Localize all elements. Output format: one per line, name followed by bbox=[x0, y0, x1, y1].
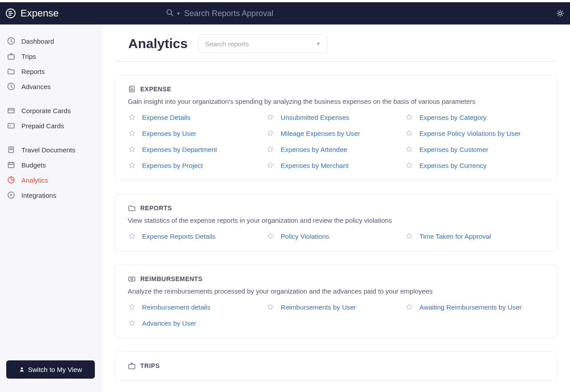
section-reports: REPORTSView statistics of the expense re… bbox=[115, 194, 557, 251]
search-icon bbox=[166, 8, 174, 18]
report-link-expenses-by-department[interactable]: Expenses by Department bbox=[142, 146, 217, 153]
sidebar-item-label: Budgets bbox=[21, 161, 46, 169]
sidebar-item-analytics[interactable]: Analytics bbox=[0, 172, 101, 188]
star-icon[interactable] bbox=[128, 232, 136, 240]
star-icon[interactable] bbox=[405, 113, 413, 121]
sidebar-item-label: Advances bbox=[21, 83, 51, 90]
section-description: Analyze the reimbursements processed by … bbox=[128, 287, 544, 295]
star-icon[interactable] bbox=[128, 129, 136, 137]
report-link-awaiting-reimbursements-by-user[interactable]: Awaiting Reimbursements by User bbox=[419, 303, 522, 311]
report-link-expenses-by-customer[interactable]: Expenses by Customer bbox=[419, 146, 489, 153]
star-icon[interactable] bbox=[405, 303, 413, 311]
sidebar-item-travel-documents[interactable]: Travel Documents bbox=[0, 142, 101, 157]
report-item: Reimbursements by User bbox=[266, 303, 405, 311]
report-link-expenses-by-attendee[interactable]: Expenses by Attendee bbox=[281, 146, 347, 153]
star-icon[interactable] bbox=[128, 113, 136, 121]
top-search[interactable]: ▼ bbox=[166, 8, 362, 19]
sidebar-item-advances[interactable]: Advances bbox=[0, 79, 101, 94]
star-icon[interactable] bbox=[405, 161, 413, 169]
report-link-time-taken-for-approval[interactable]: Time Taken for Approval bbox=[419, 233, 491, 240]
report-link-expense-details[interactable]: Expense Details bbox=[142, 114, 190, 121]
page-header: Analytics Search reports ▼ bbox=[115, 24, 557, 61]
section-trips: TRIPS bbox=[115, 351, 557, 381]
report-link-expenses-by-merchant[interactable]: Expenses by Merchant bbox=[281, 162, 349, 169]
report-item: Expenses by User bbox=[128, 129, 266, 137]
sidebar-item-budgets[interactable]: Budgets bbox=[0, 157, 101, 172]
sidebar-item-label: Corporate Cards bbox=[21, 107, 71, 114]
briefcase-icon bbox=[7, 52, 15, 60]
report-link-reimbursements-by-user[interactable]: Reimbursements by User bbox=[281, 303, 356, 311]
star-icon[interactable] bbox=[266, 129, 274, 137]
main-content: Analytics Search reports ▼ EXPENSEGain i… bbox=[102, 24, 570, 392]
report-link-reimbursement-details[interactable]: Reimbursement details bbox=[142, 303, 210, 311]
star-icon[interactable] bbox=[266, 303, 274, 311]
search-reports-dropdown[interactable]: Search reports ▼ bbox=[198, 34, 327, 53]
clock-icon bbox=[7, 82, 15, 90]
report-link-policy-violations[interactable]: Policy Violations bbox=[281, 233, 329, 240]
topbar: Expense ▼ bbox=[0, 2, 570, 24]
report-link-advances-by-user[interactable]: Advances by User bbox=[142, 319, 196, 327]
report-item: Expenses by Merchant bbox=[266, 161, 405, 169]
star-icon[interactable] bbox=[266, 145, 274, 153]
sidebar-item-trips[interactable]: Trips bbox=[0, 49, 101, 64]
report-item: Reimbursement details bbox=[128, 303, 266, 311]
card-icon bbox=[7, 106, 15, 114]
report-link-unsubmitted-expenses[interactable]: Unsubmitted Expenses bbox=[281, 114, 349, 121]
star-icon[interactable] bbox=[405, 145, 413, 153]
sidebar-item-reports[interactable]: Reports bbox=[0, 64, 101, 79]
switch-view-button[interactable]: Switch to My View bbox=[6, 360, 95, 379]
brand-name: Expense bbox=[20, 8, 59, 19]
sidebar-item-label: Dashboard bbox=[21, 37, 54, 45]
star-icon[interactable] bbox=[128, 145, 136, 153]
sidebar-item-label: Reports bbox=[21, 68, 45, 75]
star-icon[interactable] bbox=[266, 161, 274, 169]
star-icon[interactable] bbox=[405, 232, 413, 240]
report-item: Expenses by Category bbox=[405, 113, 544, 121]
search-scope-caret-icon[interactable]: ▼ bbox=[176, 11, 181, 16]
star-icon[interactable] bbox=[405, 129, 413, 137]
report-item: Awaiting Reimbursements by User bbox=[405, 303, 544, 311]
star-icon[interactable] bbox=[266, 113, 274, 121]
document-icon bbox=[7, 146, 15, 154]
star-icon[interactable] bbox=[128, 319, 136, 327]
settings-button[interactable] bbox=[556, 9, 565, 18]
report-link-expense-reports-details[interactable]: Expense Reports Details bbox=[142, 233, 216, 240]
user-icon bbox=[19, 366, 24, 373]
section-description: View statistics of the expense reports i… bbox=[128, 216, 544, 224]
sidebar-item-label: Prepaid Cards bbox=[21, 122, 64, 130]
report-item: Policy Violations bbox=[266, 232, 405, 240]
report-link-expenses-by-currency[interactable]: Expenses by Currency bbox=[419, 162, 487, 169]
report-item: Expenses by Project bbox=[128, 161, 266, 169]
section-description: Gain insight into your organization's sp… bbox=[128, 98, 544, 105]
report-link-expenses-by-project[interactable]: Expenses by Project bbox=[142, 162, 203, 169]
switch-view-label: Switch to My View bbox=[28, 366, 82, 373]
section-title: REIMBURSEMENTS bbox=[140, 275, 203, 282]
report-item: Unsubmitted Expenses bbox=[266, 113, 405, 121]
briefcase-icon bbox=[128, 362, 136, 370]
section-reimbursements: REIMBURSEMENTSAnalyze the reimbursements… bbox=[115, 265, 557, 338]
global-search-input[interactable] bbox=[183, 8, 362, 19]
report-item: Mileage Expenses by User bbox=[266, 129, 405, 137]
sidebar-item-dashboard[interactable]: Dashboard bbox=[0, 33, 101, 49]
search-reports-placeholder: Search reports bbox=[205, 40, 248, 48]
report-item: Expenses by Department bbox=[128, 145, 266, 153]
brand-icon bbox=[5, 8, 16, 19]
report-item: Advances by User bbox=[128, 319, 266, 327]
star-icon[interactable] bbox=[128, 303, 136, 311]
sidebar-item-integrations[interactable]: Integrations bbox=[0, 188, 101, 203]
page-title: Analytics bbox=[128, 36, 187, 51]
report-link-expense-policy-violations-by-user[interactable]: Expense Policy Violations by User bbox=[419, 130, 521, 137]
star-icon[interactable] bbox=[266, 232, 274, 240]
sidebar-item-corporate-cards[interactable]: Corporate Cards bbox=[0, 103, 101, 118]
section-title: EXPENSE bbox=[140, 86, 171, 93]
report-item: Expense Reports Details bbox=[128, 232, 266, 240]
report-link-expenses-by-user[interactable]: Expenses by User bbox=[142, 130, 196, 137]
report-link-mileage-expenses-by-user[interactable]: Mileage Expenses by User bbox=[281, 130, 360, 137]
report-link-expenses-by-category[interactable]: Expenses by Category bbox=[419, 114, 487, 121]
sidebar-item-label: Trips bbox=[21, 53, 36, 60]
money-icon bbox=[128, 275, 136, 283]
chevron-down-icon: ▼ bbox=[316, 41, 321, 46]
sidebar: DashboardTripsReportsAdvances Corporate … bbox=[0, 24, 102, 392]
star-icon[interactable] bbox=[128, 161, 136, 169]
sidebar-item-prepaid-cards[interactable]: Prepaid Cards bbox=[0, 118, 101, 133]
